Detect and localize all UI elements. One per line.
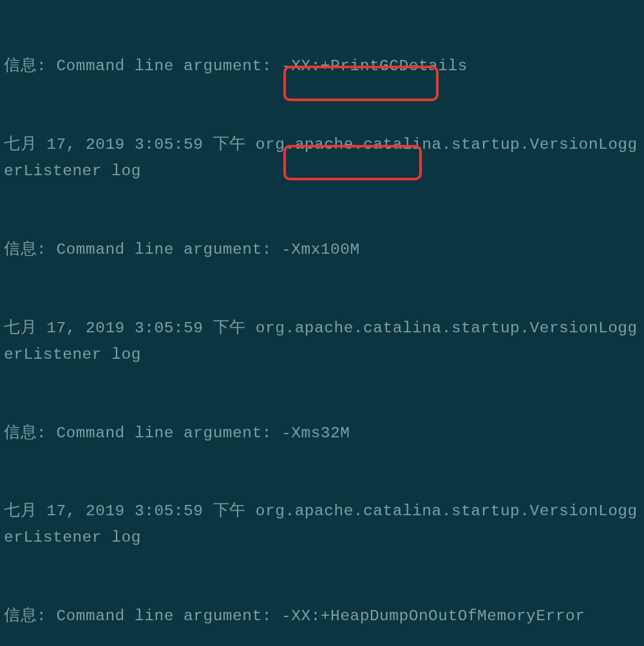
- terminal-output: 信息: Command line argument: -XX:+PrintGCD…: [4, 1, 640, 646]
- log-line: 七月 17, 2019 3:05:59 下午 org.apache.catali…: [4, 499, 640, 551]
- log-line: 信息: Command line argument: -Xmx100M: [4, 237, 640, 263]
- log-line: 信息: Command line argument: -XX:+HeapDump…: [4, 603, 640, 630]
- log-line: 七月 17, 2019 3:05:59 下午 org.apache.catali…: [4, 132, 640, 184]
- log-line: 信息: Command line argument: -XX:+PrintGCD…: [4, 53, 640, 80]
- log-line: 信息: Command line argument: -Xms32M: [4, 421, 640, 447]
- log-line: 七月 17, 2019 3:05:59 下午 org.apache.catali…: [4, 316, 640, 368]
